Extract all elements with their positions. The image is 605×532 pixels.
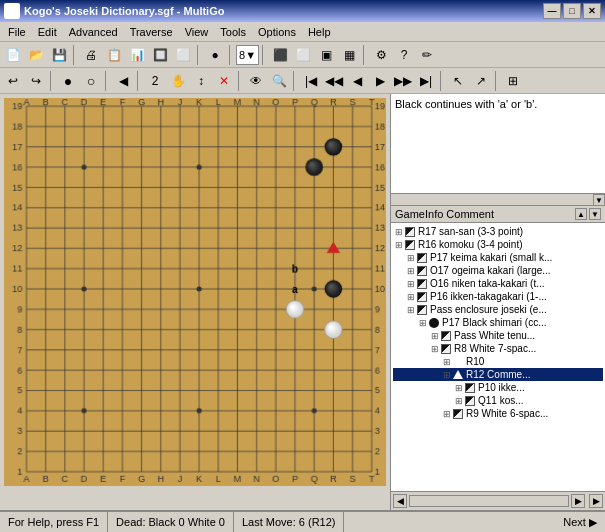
expand-icon: ⊞ <box>407 253 415 263</box>
score-btn[interactable]: ⊞ <box>502 70 524 92</box>
title-bar: ♟ Kogo's Joseki Dictionary.sgf - MultiGo… <box>0 0 605 22</box>
scroll-down[interactable]: ▼ <box>593 194 605 206</box>
menu-options[interactable]: Options <box>252 24 302 40</box>
expand-icon: ⊞ <box>407 279 415 289</box>
tree-node-6[interactable]: ⊞Pass enclosure joseki (e... <box>393 303 603 316</box>
split-icon <box>405 227 415 237</box>
tree-scroll-up[interactable]: ▲ <box>575 208 587 220</box>
tree-node-1[interactable]: ⊞R16 komoku (3-4 point) <box>393 238 603 251</box>
tree-scroll-down[interactable]: ▼ <box>589 208 601 220</box>
move-btn[interactable]: ↕ <box>190 70 212 92</box>
tree-next-btn[interactable]: ▶ <box>589 494 603 508</box>
tree-node-2[interactable]: ⊞P17 keima kakari (small k... <box>393 251 603 264</box>
expand-icon: ⊞ <box>419 318 427 328</box>
sep12 <box>495 71 499 91</box>
tree-node-3[interactable]: ⊞O17 ogeima kakari (large... <box>393 264 603 277</box>
x-btn[interactable]: ✕ <box>213 70 235 92</box>
tree-node-5[interactable]: ⊞P16 ikken-takagakari (1-... <box>393 290 603 303</box>
arrow-btn[interactable]: ◀ <box>112 70 134 92</box>
tree-node-4[interactable]: ⊞O16 niken taka-kakari (t... <box>393 277 603 290</box>
node-label: O17 ogeima kakari (large... <box>430 265 551 276</box>
node-label: P17 keima kakari (small k... <box>430 252 552 263</box>
node-label: P17 Black shimari (cc... <box>442 317 546 328</box>
black-stone-btn[interactable]: ● <box>57 70 79 92</box>
num-btn[interactable]: 2 <box>144 70 166 92</box>
expand-icon: ⊞ <box>443 357 451 367</box>
split-icon <box>417 305 427 315</box>
last-btn[interactable]: ▶| <box>415 70 437 92</box>
tb-btn-14[interactable]: ⚙ <box>370 44 392 66</box>
tb-btn-12[interactable]: ▣ <box>315 44 337 66</box>
menu-view[interactable]: View <box>179 24 215 40</box>
var-prev-btn[interactable]: ↖ <box>447 70 469 92</box>
node-label: R8 White 7-spac... <box>454 343 536 354</box>
tree-scrollbar-track[interactable] <box>409 495 569 507</box>
print-button[interactable]: 🖨 <box>80 44 102 66</box>
sep6 <box>50 71 54 91</box>
dead-text: Dead: Black 0 White 0 <box>116 516 225 528</box>
node-label: P10 ikke... <box>478 382 525 393</box>
tb-btn-10[interactable]: ⬛ <box>269 44 291 66</box>
tb-btn-13[interactable]: ▦ <box>338 44 360 66</box>
tree-node-12[interactable]: ⊞P10 ikke... <box>393 381 603 394</box>
expand-icon: ⊞ <box>455 383 463 393</box>
menu-traverse[interactable]: Traverse <box>124 24 179 40</box>
hand-btn[interactable]: ✋ <box>167 70 189 92</box>
tree-node-11[interactable]: ⊞R12 Comme... <box>393 368 603 381</box>
comment-scrollbar: ▼ <box>391 194 605 206</box>
menu-help[interactable]: Help <box>302 24 337 40</box>
var-next-btn[interactable]: ↗ <box>470 70 492 92</box>
board-area <box>0 94 390 510</box>
stone-dropdown[interactable]: 8 ▼ <box>236 45 259 65</box>
save-button[interactable]: 💾 <box>48 44 70 66</box>
tb-btn-6[interactable]: 📊 <box>126 44 148 66</box>
next-btn[interactable]: ▶ <box>369 70 391 92</box>
prev-btn[interactable]: ◀ <box>346 70 368 92</box>
menu-advanced[interactable]: Advanced <box>63 24 124 40</box>
undo-button[interactable]: ↩ <box>2 70 24 92</box>
open-button[interactable]: 📂 <box>25 44 47 66</box>
tree-right-btn[interactable]: ▶ <box>571 494 585 508</box>
tree-node-13[interactable]: ⊞Q11 kos... <box>393 394 603 407</box>
menu-file[interactable]: File <box>2 24 32 40</box>
close-button[interactable]: ✕ <box>583 3 601 19</box>
expand-icon: ⊞ <box>455 396 463 406</box>
maximize-button[interactable]: □ <box>563 3 581 19</box>
eye-btn[interactable]: 👁 <box>245 70 267 92</box>
tree-node-10[interactable]: ⊞R10 <box>393 355 603 368</box>
menu-edit[interactable]: Edit <box>32 24 63 40</box>
sep2 <box>197 45 201 65</box>
split-icon <box>417 292 427 302</box>
tree-node-0[interactable]: ⊞R17 san-san (3-3 point) <box>393 225 603 238</box>
help-button[interactable]: ? <box>393 44 415 66</box>
status-next[interactable]: Next ▶ <box>344 512 605 532</box>
tb-btn-15[interactable]: ✏ <box>416 44 438 66</box>
tree-node-7[interactable]: ⊞P17 Black shimari (cc... <box>393 316 603 329</box>
prev5-btn[interactable]: ◀◀ <box>323 70 345 92</box>
menu-bar: File Edit Advanced Traverse View Tools O… <box>0 22 605 42</box>
tree-node-9[interactable]: ⊞R8 White 7-spac... <box>393 342 603 355</box>
first-btn[interactable]: |◀ <box>300 70 322 92</box>
tb-btn-11[interactable]: ⬜ <box>292 44 314 66</box>
status-dead: Dead: Black 0 White 0 <box>108 512 234 532</box>
tb-btn-7[interactable]: 🔲 <box>149 44 171 66</box>
tree-node-8[interactable]: ⊞Pass White tenu... <box>393 329 603 342</box>
sep1 <box>73 45 77 65</box>
expand-icon: ⊞ <box>407 292 415 302</box>
tb-btn-8[interactable]: ⬜ <box>172 44 194 66</box>
dropdown-arrow: ▼ <box>245 49 256 61</box>
tree-left-btn[interactable]: ◀ <box>393 494 407 508</box>
next5-btn[interactable]: ▶▶ <box>392 70 414 92</box>
window-title: Kogo's Joseki Dictionary.sgf - MultiGo <box>24 5 224 17</box>
new-button[interactable]: 📄 <box>2 44 24 66</box>
tb-btn-9[interactable]: ● <box>204 44 226 66</box>
go-board[interactable] <box>4 98 386 486</box>
redo-button[interactable]: ↪ <box>25 70 47 92</box>
menu-tools[interactable]: Tools <box>214 24 252 40</box>
tb-btn-5[interactable]: 📋 <box>103 44 125 66</box>
white-stone-btn[interactable]: ○ <box>80 70 102 92</box>
minimize-button[interactable]: — <box>543 3 561 19</box>
sep7 <box>105 71 109 91</box>
eyeoff-btn[interactable]: 🔍 <box>268 70 290 92</box>
tree-node-14[interactable]: ⊞R9 White 6-spac... <box>393 407 603 420</box>
